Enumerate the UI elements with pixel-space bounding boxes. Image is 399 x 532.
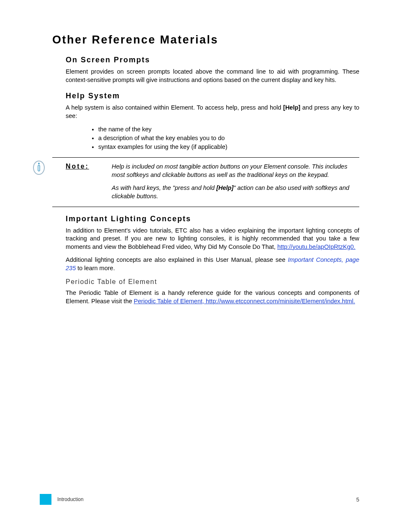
page-title: Other Reference Materials: [52, 33, 359, 46]
periodic-table-link[interactable]: Periodic Table of Element, http://www.et…: [134, 298, 355, 304]
bullet-item: the name of the key: [98, 125, 359, 134]
svg-rect-2: [38, 165, 40, 171]
bullet-item: a description of what the key enables yo…: [98, 134, 359, 143]
help-bullet-list: the name of the key a description of wha…: [90, 125, 359, 151]
note-text: Help is included on most tangible action…: [112, 163, 359, 200]
section-help-title: Help System: [66, 92, 359, 100]
video-link[interactable]: http://youtu.be/apOIpRtzKg0.: [277, 243, 356, 250]
section-prompts-title: On Screen Prompts: [66, 56, 359, 64]
svg-point-1: [38, 163, 40, 164]
concepts-text-2: Additional lighting concepts are also ex…: [66, 256, 359, 272]
periodic-text: The Periodic Table of Element is a handy…: [66, 289, 359, 305]
help-text: A help system is also contained within E…: [66, 104, 359, 120]
note-label: Note:: [66, 163, 112, 170]
info-icon: [31, 160, 46, 175]
footer-section-name: Introduction: [57, 496, 356, 502]
bullet-item: syntax examples for using the key (if ap…: [98, 143, 359, 151]
periodic-title: Periodic Table of Element: [66, 278, 359, 286]
section-concepts-title: Important Lighting Concepts: [66, 215, 359, 223]
page-footer: Introduction 5: [40, 494, 359, 505]
help-key-label: [Help]: [283, 104, 300, 111]
concepts-text-1: In addition to Element's video tutorials…: [66, 227, 359, 251]
note-block: Note: Help is included on most tangible …: [52, 157, 359, 207]
footer-page-number: 5: [356, 496, 359, 503]
prompts-text: Element provides on screen prompts locat…: [66, 68, 359, 84]
footer-accent-block: [40, 494, 51, 505]
